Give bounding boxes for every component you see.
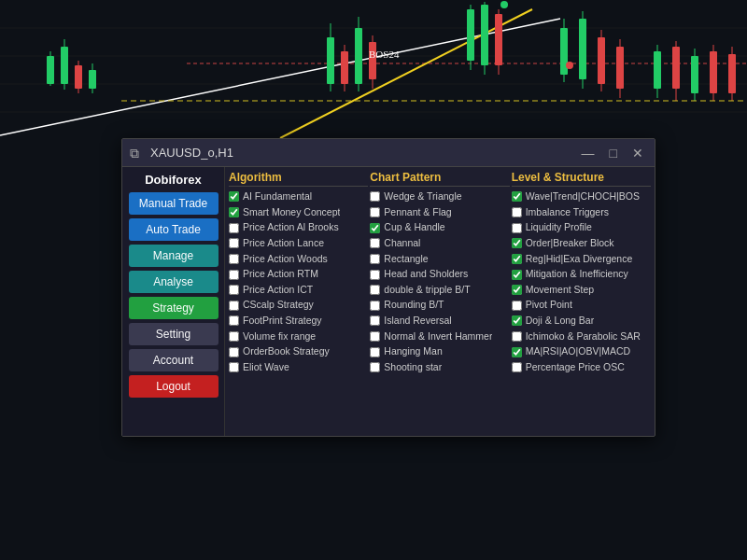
list-item[interactable]: MA|RSI|AO|OBV|MACD	[512, 345, 651, 358]
list-item[interactable]: Mitigation & Inefficiency	[512, 268, 651, 281]
list-item[interactable]: Price Action Lance	[229, 237, 368, 250]
window-title: XAUUSD_o,H1	[150, 146, 578, 160]
ma-rsi-label: MA|RSI|AO|OBV|MACD	[526, 345, 630, 358]
list-item[interactable]: Shooting star	[370, 361, 509, 374]
list-item[interactable]: OrderBook Strategy	[229, 345, 368, 358]
list-item[interactable]: FootPrint Strategy	[229, 315, 368, 328]
reg-hid-checkbox[interactable]	[512, 254, 522, 264]
channal-checkbox[interactable]	[370, 238, 380, 248]
cscalp-checkbox[interactable]	[229, 301, 239, 311]
eliot-wave-checkbox[interactable]	[229, 362, 239, 372]
list-item[interactable]: Pennant & Flag	[370, 206, 509, 219]
list-item[interactable]: Cup & Handle	[370, 221, 509, 234]
price-action-ict-label: Price Action ICT	[243, 284, 313, 297]
list-item[interactable]: Order|Breaker Block	[512, 237, 651, 250]
list-item[interactable]: Liquidity Profile	[512, 221, 651, 234]
list-item[interactable]: Wedge & Triangle	[370, 190, 509, 203]
wave-trend-label: Wave|Trend|CHOCH|BOS	[526, 190, 640, 203]
manage-button[interactable]: Manage	[129, 245, 218, 267]
orderbook-checkbox[interactable]	[229, 347, 239, 357]
list-item[interactable]: Price Action RTM	[229, 268, 368, 281]
auto-trade-button[interactable]: Auto Trade	[129, 218, 218, 241]
close-button[interactable]: ✕	[628, 147, 647, 160]
list-item[interactable]: Smart Money Concept	[229, 206, 368, 219]
orderbook-label: OrderBook Strategy	[243, 345, 330, 358]
rounding-checkbox[interactable]	[370, 301, 380, 311]
rectangle-checkbox[interactable]	[370, 254, 380, 264]
level-structure-column: Level & Structure Wave|Trend|CHOCH|BOS I…	[512, 171, 651, 432]
list-item[interactable]: double & tripple B/T	[370, 284, 509, 297]
minimize-button[interactable]: —	[578, 147, 599, 160]
imbalance-checkbox[interactable]	[512, 207, 522, 217]
double-triple-checkbox[interactable]	[370, 285, 380, 295]
list-item[interactable]: CScalp Strategy	[229, 299, 368, 312]
percentage-price-checkbox[interactable]	[512, 362, 522, 372]
list-item[interactable]: Doji & Long Bar	[512, 315, 651, 328]
price-action-brooks-checkbox[interactable]	[229, 223, 239, 233]
manual-trade-button[interactable]: Manual Trade	[129, 192, 218, 215]
liquidity-checkbox[interactable]	[512, 223, 522, 233]
smart-money-checkbox[interactable]	[229, 207, 239, 217]
mitigation-label: Mitigation & Inefficiency	[526, 268, 628, 281]
list-item[interactable]: Wave|Trend|CHOCH|BOS	[512, 190, 651, 203]
list-item[interactable]: Volume fix range	[229, 330, 368, 343]
normal-invert-checkbox[interactable]	[370, 331, 380, 342]
svg-point-48	[566, 62, 573, 69]
analyse-button[interactable]: Analyse	[129, 271, 218, 293]
ma-rsi-checkbox[interactable]	[512, 347, 522, 357]
cup-handle-label: Cup & Handle	[384, 221, 444, 234]
shooting-star-checkbox[interactable]	[370, 362, 380, 372]
list-item[interactable]: Eliot Wave	[229, 361, 368, 374]
doji-long-bar-label: Doji & Long Bar	[526, 315, 595, 328]
footprint-checkbox[interactable]	[229, 315, 239, 326]
doji-long-bar-checkbox[interactable]	[512, 315, 522, 326]
movement-step-checkbox[interactable]	[512, 285, 522, 295]
list-item[interactable]: Ichimoko & Parabolic SAR	[512, 330, 651, 343]
list-item[interactable]: Hanging Man	[370, 345, 509, 358]
list-item[interactable]: Price Action ICT	[229, 284, 368, 297]
pennant-flag-checkbox[interactable]	[370, 207, 380, 217]
ichimoko-label: Ichimoko & Parabolic SAR	[526, 330, 641, 343]
price-action-ict-checkbox[interactable]	[229, 285, 239, 295]
wave-trend-checkbox[interactable]	[512, 191, 522, 202]
order-breaker-checkbox[interactable]	[512, 238, 522, 248]
price-action-rtm-label: Price Action RTM	[243, 268, 318, 281]
rounding-label: Rounding B/T	[384, 299, 444, 312]
strategy-button[interactable]: Strategy	[129, 297, 218, 319]
price-action-rtm-checkbox[interactable]	[229, 270, 239, 280]
list-item[interactable]: Price Action Woods	[229, 253, 368, 266]
ai-fundamental-checkbox[interactable]	[229, 191, 239, 202]
account-button[interactable]: Account	[129, 349, 218, 371]
list-item[interactable]: Normal & Invert Hammer	[370, 330, 509, 343]
list-item[interactable]: Head and Sholders	[370, 268, 509, 281]
list-item[interactable]: Price Action Al Brooks	[229, 221, 368, 234]
svg-point-47	[500, 1, 508, 8]
list-item[interactable]: AI Fundamental	[229, 190, 368, 203]
logout-button[interactable]: Logout	[129, 375, 218, 398]
normal-invert-label: Normal & Invert Hammer	[384, 330, 492, 343]
head-sholders-checkbox[interactable]	[370, 270, 380, 280]
list-item[interactable]: Rectangle	[370, 253, 509, 266]
list-item[interactable]: Reg|Hid|Exa Divergence	[512, 253, 651, 266]
hanging-man-checkbox[interactable]	[370, 347, 380, 357]
volume-fix-checkbox[interactable]	[229, 331, 239, 342]
price-action-lance-checkbox[interactable]	[229, 238, 239, 248]
island-reversal-checkbox[interactable]	[370, 315, 380, 326]
percentage-price-label: Percentage Price OSC	[526, 361, 625, 374]
ichimoko-checkbox[interactable]	[512, 331, 522, 342]
list-item[interactable]: Channal	[370, 237, 509, 250]
mitigation-checkbox[interactable]	[512, 270, 522, 280]
list-item[interactable]: Island Reversal	[370, 315, 509, 328]
list-item[interactable]: Percentage Price OSC	[512, 361, 651, 374]
list-item[interactable]: Imbalance Triggers	[512, 206, 651, 219]
price-action-woods-checkbox[interactable]	[229, 254, 239, 264]
wedge-triangle-checkbox[interactable]	[370, 191, 380, 202]
cup-handle-checkbox[interactable]	[370, 223, 380, 233]
pivot-point-checkbox[interactable]	[512, 301, 522, 311]
list-item[interactable]: Pivot Point	[512, 299, 651, 312]
list-item[interactable]: Rounding B/T	[370, 299, 509, 312]
hanging-man-label: Hanging Man	[384, 345, 442, 358]
setting-button[interactable]: Setting	[129, 323, 218, 345]
list-item[interactable]: Movement Step	[512, 284, 651, 297]
maximize-button[interactable]: □	[606, 147, 621, 160]
